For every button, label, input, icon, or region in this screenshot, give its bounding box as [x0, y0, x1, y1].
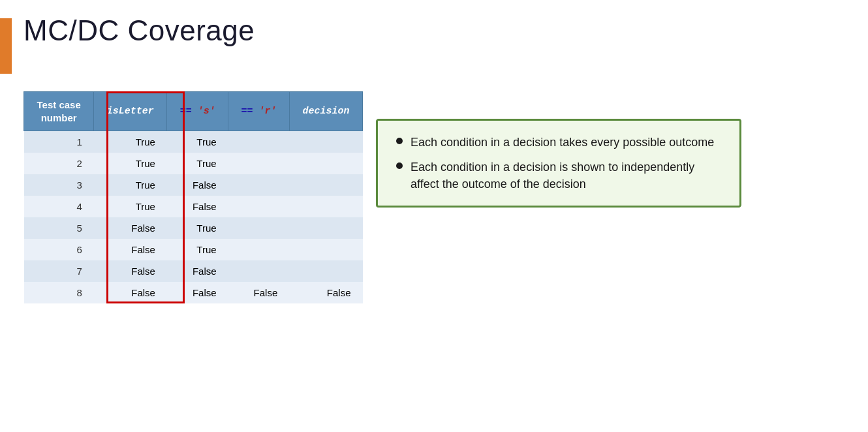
cell-num: 1 [24, 131, 94, 153]
cell-num: 4 [24, 196, 94, 217]
cell-num: 3 [24, 174, 94, 196]
cell-isLetter: True [94, 153, 167, 174]
table-row: 6 False True [24, 239, 363, 260]
cell-decision [289, 153, 362, 174]
cell-isLetter: False [94, 260, 167, 282]
cell-decision: False [289, 282, 362, 303]
content-area: Test casenumber isLetter == 's' == 'r' d… [23, 91, 741, 303]
table-row: 3 True False [24, 174, 363, 196]
cell-eq-r [228, 239, 290, 260]
cell-eq-s: False [167, 282, 228, 303]
cell-eq-s: False [167, 174, 228, 196]
col-header-eq-s: == 's' [167, 92, 228, 131]
cell-decision [289, 217, 362, 239]
cell-isLetter: True [94, 174, 167, 196]
cell-decision [289, 239, 362, 260]
table-row: 7 False False [24, 260, 363, 282]
accent-bar [0, 18, 12, 74]
info-list: Each condition in a decision takes every… [396, 134, 721, 193]
cell-isLetter: False [94, 217, 167, 239]
cell-eq-s: True [167, 131, 228, 153]
cell-eq-r [228, 131, 290, 153]
info-item-2: Each condition in a decision is shown to… [396, 159, 721, 193]
cell-eq-s: True [167, 217, 228, 239]
col-header-test-case: Test casenumber [24, 92, 94, 131]
cell-isLetter: False [94, 282, 167, 303]
table-row: 2 True True [24, 153, 363, 174]
table-row: 4 True False [24, 196, 363, 217]
cell-eq-s: True [167, 239, 228, 260]
cell-num: 2 [24, 153, 94, 174]
cell-decision [289, 131, 362, 153]
table-row: 1 True True [24, 131, 363, 153]
cell-decision [289, 260, 362, 282]
cell-eq-s: False [167, 260, 228, 282]
cell-eq-r [228, 196, 290, 217]
table-row: 8 False False False False [24, 282, 363, 303]
cell-num: 8 [24, 282, 94, 303]
cell-num: 5 [24, 217, 94, 239]
cell-isLetter: True [94, 131, 167, 153]
cell-eq-r [228, 174, 290, 196]
col-header-decision: decision [289, 92, 362, 131]
cell-num: 7 [24, 260, 94, 282]
bullet-icon [396, 138, 403, 144]
table-wrapper: Test casenumber isLetter == 's' == 'r' d… [23, 91, 363, 303]
cell-decision [289, 174, 362, 196]
coverage-table: Test casenumber isLetter == 's' == 'r' d… [23, 91, 363, 303]
cell-eq-r [228, 217, 290, 239]
page-title: MC/DC Coverage [23, 14, 255, 47]
cell-eq-r [228, 153, 290, 174]
col-header-eq-r: == 'r' [228, 92, 290, 131]
table-row: 5 False True [24, 217, 363, 239]
cell-isLetter: True [94, 196, 167, 217]
cell-eq-r: False [228, 282, 290, 303]
cell-eq-s: True [167, 153, 228, 174]
cell-isLetter: False [94, 239, 167, 260]
cell-num: 6 [24, 239, 94, 260]
info-text-2: Each condition in a decision is shown to… [411, 159, 721, 193]
col-header-isLetter: isLetter [94, 92, 167, 131]
cell-eq-r [228, 260, 290, 282]
info-text-1: Each condition in a decision takes every… [411, 134, 714, 151]
cell-decision [289, 196, 362, 217]
info-box: Each condition in a decision takes every… [376, 119, 741, 208]
cell-eq-s: False [167, 196, 228, 217]
bullet-icon [396, 162, 403, 169]
info-item-1: Each condition in a decision takes every… [396, 134, 721, 151]
